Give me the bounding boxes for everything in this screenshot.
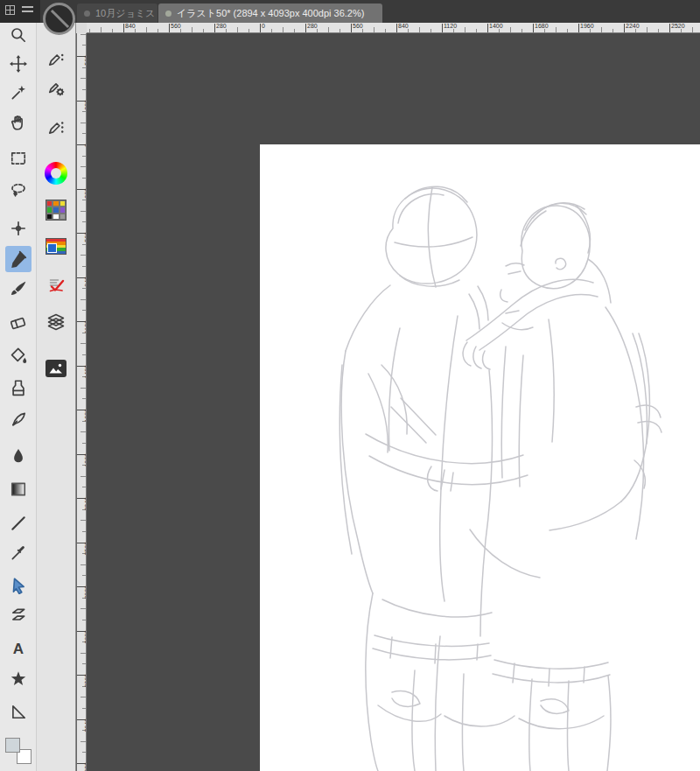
ruler-corner <box>76 23 87 33</box>
lasso-tool[interactable] <box>5 178 32 204</box>
foreground-swatch[interactable] <box>5 738 20 753</box>
color-wheel-icon <box>45 162 67 185</box>
app-zoom-logo-icon[interactable] <box>43 3 75 35</box>
window-controls <box>0 0 40 23</box>
tab-document-1[interactable]: 10月ジョミス <box>77 4 158 23</box>
object-tool[interactable] <box>5 572 32 599</box>
secondary-toolbar <box>37 23 76 771</box>
canvas-area[interactable] <box>87 33 700 771</box>
navigator-panel-button[interactable] <box>43 355 69 382</box>
navigator-icon <box>46 360 66 377</box>
gradient-tool[interactable] <box>5 476 32 502</box>
pen-presets-tool[interactable] <box>43 46 69 73</box>
color-wheel[interactable] <box>43 160 69 186</box>
correction-tool[interactable] <box>43 271 69 298</box>
eraser-tool[interactable] <box>5 309 32 335</box>
line-tool[interactable] <box>5 510 32 536</box>
color-slider-icon <box>46 238 66 255</box>
pen-tool-selected[interactable] <box>5 246 32 272</box>
layers-panel-button[interactable] <box>43 309 69 335</box>
tab-title: 10月ジョミス <box>95 7 155 20</box>
vertical-ruler: 5602800280560840112014001680196022402520… <box>76 33 87 771</box>
figure-tool[interactable] <box>5 602 32 628</box>
tab-title: イラスト50* (2894 x 4093px 400dpi 36.2%) <box>177 7 364 20</box>
set-square-tool[interactable] <box>5 698 32 725</box>
main-toolbar: A <box>0 23 37 771</box>
blend-tool[interactable] <box>5 443 32 469</box>
color-slider[interactable] <box>43 233 69 259</box>
menu-icon[interactable] <box>22 6 33 15</box>
tab-close-dot[interactable] <box>165 11 172 17</box>
color-set[interactable] <box>43 197 69 223</box>
pen-settings-tool[interactable] <box>43 75 69 102</box>
marker-tool[interactable] <box>5 375 32 401</box>
move-tool[interactable] <box>5 51 32 77</box>
tab-document-2-active[interactable]: イラスト50* (2894 x 4093px 400dpi 36.2%) <box>158 4 382 23</box>
crop-tool[interactable] <box>5 215 32 242</box>
color-swatches[interactable] <box>4 736 33 766</box>
marquee-tool[interactable] <box>5 145 32 172</box>
titlebar: 10月ジョミス イラスト50* (2894 x 4093px 400dpi 36… <box>0 0 700 23</box>
auto-select-tool[interactable] <box>5 80 32 106</box>
zoom-tool[interactable] <box>5 22 32 48</box>
text-tool[interactable]: A <box>5 635 32 662</box>
eyedropper-tool[interactable] <box>5 540 32 566</box>
fill-tool[interactable] <box>5 342 32 368</box>
color-set-icon <box>46 200 66 221</box>
window-grid-icon[interactable] <box>5 5 15 15</box>
text-tool-glyph: A <box>13 641 24 656</box>
canvas-page[interactable] <box>260 144 700 771</box>
brush-tool[interactable] <box>5 276 32 302</box>
star-tool[interactable] <box>5 666 32 692</box>
pen-list-tool[interactable] <box>43 115 69 141</box>
tab-close-dot[interactable] <box>84 11 90 17</box>
hand-tool[interactable] <box>5 109 32 136</box>
sketch-drawing <box>260 144 700 771</box>
horizontal-ruler: 8405602800280560840112014001680196022402… <box>87 23 700 33</box>
quill-tool[interactable] <box>5 406 32 432</box>
